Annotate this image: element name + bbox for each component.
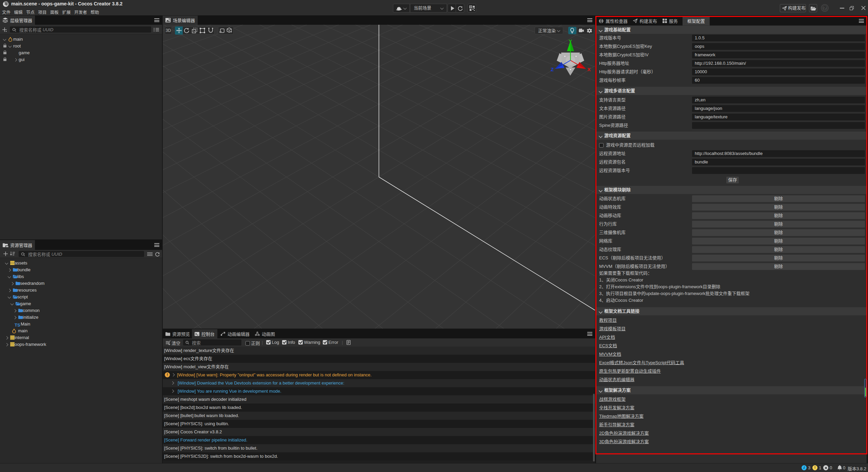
svg-text:Y: Y bbox=[569, 38, 572, 44]
svg-text:X: X bbox=[587, 66, 591, 72]
svg-text:Z: Z bbox=[551, 66, 554, 72]
